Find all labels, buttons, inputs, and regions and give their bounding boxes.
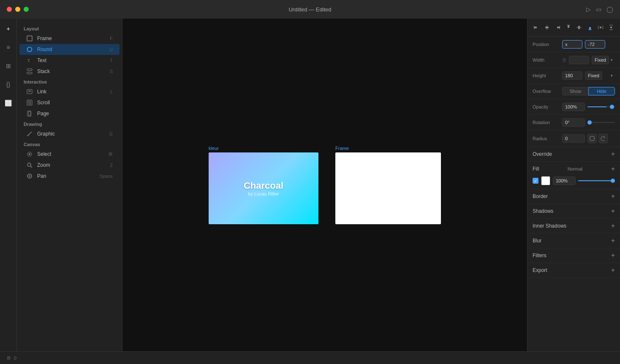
override-add-btn[interactable]: +	[611, 150, 615, 158]
svg-rect-29	[567, 25, 570, 25]
height-row: Height Fixed Fill Hug	[533, 71, 615, 80]
height-mode-select[interactable]: Fixed Fill Hug	[585, 71, 602, 80]
svg-rect-5	[27, 72, 32, 74]
opacity-slider[interactable]	[587, 106, 615, 107]
radius-all-icon[interactable]	[587, 134, 597, 143]
export-header[interactable]: Export +	[528, 263, 620, 278]
pan-icon	[26, 173, 33, 179]
grid-icon[interactable]: ⊞	[3, 60, 14, 72]
pan-shortcut: Space	[100, 174, 113, 179]
menu-icon[interactable]: ≡	[3, 41, 14, 53]
svg-rect-13	[27, 111, 31, 116]
bag-icon[interactable]: ⬜	[3, 97, 14, 109]
graphic-shortcut: G	[109, 131, 113, 136]
height-mode-wrap[interactable]: Fixed Fill Hug	[585, 71, 615, 80]
sidebar-item-stack[interactable]: Stack S	[19, 66, 120, 77]
distribute-v-btn[interactable]	[607, 23, 616, 32]
svg-point-17	[29, 153, 30, 155]
white-frame-container[interactable]: Frame	[335, 146, 441, 224]
play-icon[interactable]: ▷	[586, 6, 591, 13]
override-header[interactable]: Override +	[528, 147, 620, 162]
position-x-input[interactable]	[562, 40, 582, 49]
link-icon	[26, 88, 33, 95]
sidebar-item-frame[interactable]: Frame F	[19, 33, 120, 44]
sidebar-item-link[interactable]: Link L	[19, 86, 120, 97]
graphic-icon	[26, 130, 33, 137]
fullscreen-button[interactable]	[24, 7, 29, 12]
fill-add-btn[interactable]: +	[611, 165, 615, 173]
align-center-v-btn[interactable]	[575, 23, 584, 32]
sidebar-item-pan[interactable]: Pan Space	[19, 171, 120, 182]
align-bottom-edge-btn[interactable]	[585, 23, 594, 32]
inner-shadows-header[interactable]: Inner Shadows +	[528, 219, 620, 234]
override-label: Override	[533, 151, 552, 157]
blur-add-btn[interactable]: +	[611, 237, 615, 244]
select-label: Select	[37, 151, 104, 157]
overflow-hide-btn[interactable]: Hide	[588, 87, 615, 95]
inner-shadows-add-btn[interactable]: +	[611, 222, 615, 230]
export-add-btn[interactable]: +	[611, 266, 615, 274]
radius-input[interactable]	[562, 134, 585, 143]
sidebar-item-zoom[interactable]: Zoom Z	[19, 160, 120, 171]
scroll-icon	[26, 99, 33, 106]
shadows-header[interactable]: Shadows +	[528, 204, 620, 219]
overflow-buttons: Show Hide	[562, 87, 615, 95]
radius-refresh-icon[interactable]	[598, 134, 608, 143]
titlebar-actions: ▷ ▭ ◯	[586, 6, 613, 13]
svg-rect-4	[27, 69, 32, 71]
fill-opacity-input[interactable]	[553, 177, 576, 185]
graphic-label: Graphic	[37, 131, 105, 137]
device-icon[interactable]: ▭	[596, 6, 601, 13]
align-center-h-btn[interactable]	[542, 23, 551, 32]
white-frame[interactable]	[335, 152, 441, 224]
select-icon	[26, 151, 33, 158]
sidebar-item-graphic[interactable]: Graphic G	[19, 128, 120, 139]
position-label: Position	[533, 42, 560, 47]
width-mode-wrap[interactable]: Fixed Fill Hug	[592, 56, 615, 64]
braces-icon[interactable]: {}	[3, 79, 14, 90]
opacity-input[interactable]	[562, 103, 585, 111]
height-label: Height	[533, 73, 560, 78]
canvas-area[interactable]: kleur Charcoal by Lucas Ritter Frame	[122, 19, 527, 351]
align-right-edge-btn[interactable]	[553, 23, 562, 32]
rotation-input[interactable]	[562, 118, 585, 127]
width-section: Width Fixed Fill Hug	[528, 52, 620, 68]
add-icon[interactable]: +	[3, 23, 14, 35]
position-y-input[interactable]	[585, 40, 605, 49]
blur-header[interactable]: Blur +	[528, 234, 620, 248]
distribute-h-btn[interactable]	[596, 23, 605, 32]
filters-header[interactable]: Filters +	[528, 248, 620, 263]
main-layout: + ≡ ⊞ {} ⬜ Layout Frame F Round	[0, 19, 620, 351]
fill-opacity-slider[interactable]	[578, 180, 615, 181]
filters-add-btn[interactable]: +	[611, 252, 615, 259]
fill-slider-thumb	[611, 179, 615, 183]
fill-enabled-checkbox[interactable]	[533, 178, 538, 184]
sidebar-item-scroll[interactable]: Scroll	[19, 97, 120, 108]
scroll-label: Scroll	[37, 100, 109, 106]
svg-rect-33	[588, 30, 592, 30]
height-input[interactable]	[562, 71, 582, 80]
sidebar-item-round[interactable]: Round U	[19, 44, 120, 55]
width-mode-select[interactable]: Fixed Fill Hug	[592, 56, 609, 64]
svg-rect-14	[29, 111, 31, 116]
sidebar-item-page[interactable]: Page	[19, 108, 120, 119]
minimize-button[interactable]	[15, 7, 20, 12]
overflow-show-btn[interactable]: Show	[562, 87, 588, 95]
border-add-btn[interactable]: +	[611, 193, 615, 200]
align-top-edge-btn[interactable]	[564, 23, 573, 32]
sidebar-item-text[interactable]: T Text T	[19, 55, 120, 66]
svg-rect-24	[534, 27, 537, 28]
sidebar-item-select[interactable]: Select ⌘	[19, 149, 120, 160]
round-label: Round	[37, 46, 105, 52]
kleur-frame-container[interactable]: kleur Charcoal by Lucas Ritter	[209, 146, 318, 224]
width-input[interactable]	[569, 56, 589, 64]
kleur-frame[interactable]: Charcoal by Lucas Ritter	[209, 152, 318, 224]
comment-icon[interactable]: ◯	[606, 6, 613, 13]
border-header[interactable]: Border +	[528, 189, 620, 204]
rotation-slider[interactable]	[587, 122, 615, 123]
opacity-slider-thumb	[610, 105, 614, 109]
fill-color-swatch[interactable]	[541, 176, 550, 185]
shadows-add-btn[interactable]: +	[611, 207, 615, 215]
close-button[interactable]	[7, 7, 12, 12]
align-left-edge-btn[interactable]	[532, 23, 541, 32]
